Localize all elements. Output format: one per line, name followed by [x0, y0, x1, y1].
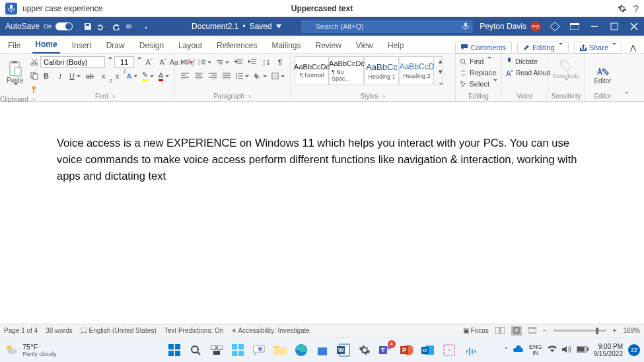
qat-overflow-button[interactable]: [140, 20, 152, 32]
read-aloud-button[interactable]: A»Read Aloud: [506, 67, 544, 78]
superscript-button[interactable]: x: [112, 70, 124, 82]
clock-button[interactable]: 9:00 PM 9/15/2022: [594, 343, 624, 357]
line-spacing-button[interactable]: [234, 70, 250, 82]
edge-button[interactable]: [293, 342, 310, 359]
sensitivity-button[interactable]: Sensitivity: [552, 56, 580, 90]
status-accessibility[interactable]: ✶ Accessibility: Investigate: [231, 327, 310, 334]
multilevel-list-button[interactable]: [215, 56, 231, 68]
tab-references[interactable]: References: [214, 38, 260, 54]
chevron-down-icon[interactable]: [136, 58, 141, 66]
search-input[interactable]: [301, 20, 473, 33]
font-color-button[interactable]: A: [157, 70, 170, 82]
help-icon[interactable]: ?: [633, 3, 639, 14]
snipping-button[interactable]: [441, 342, 458, 359]
align-left-button[interactable]: [179, 70, 191, 82]
style-nospacing[interactable]: AaBbCcDc¶ No Spac...: [330, 56, 364, 85]
search-mic-icon[interactable]: [462, 22, 469, 30]
tab-design[interactable]: Design: [137, 38, 166, 54]
styles-scroll-up[interactable]: ▴: [435, 57, 447, 65]
powerpoint-button[interactable]: P: [398, 342, 415, 359]
editor-button[interactable]: Editor: [589, 56, 617, 90]
notification-button[interactable]: 22: [628, 344, 640, 356]
voice-mic-button[interactable]: [5, 3, 17, 15]
style-heading1[interactable]: AaBbCcHeading 1: [365, 56, 399, 85]
replace-button[interactable]: Replace: [460, 67, 497, 78]
focus-button[interactable]: ▣ Focus: [463, 327, 489, 334]
close-button[interactable]: [624, 17, 644, 36]
styles-scroll-down[interactable]: ▾: [435, 67, 447, 76]
minimize-button[interactable]: [585, 17, 604, 36]
word-button[interactable]: W: [335, 342, 352, 359]
justify-button[interactable]: [221, 70, 233, 82]
tray-overflow-button[interactable]: ˄: [505, 346, 508, 353]
tab-review[interactable]: Review: [313, 38, 344, 54]
dictate-button[interactable]: Dictate: [506, 56, 544, 67]
tab-layout[interactable]: Layout: [176, 38, 205, 54]
tab-home[interactable]: Home: [32, 36, 59, 54]
subscript-button[interactable]: x: [98, 70, 110, 82]
shading-button[interactable]: [252, 70, 268, 82]
chevron-down-icon[interactable]: [107, 58, 112, 66]
onedrive-icon[interactable]: [513, 345, 524, 354]
tab-help[interactable]: Help: [385, 38, 407, 54]
undo-button[interactable]: [96, 20, 108, 32]
style-heading2[interactable]: AaBbCcDHeading 2: [400, 56, 434, 85]
font-size-select[interactable]: [114, 56, 134, 68]
align-right-button[interactable]: [207, 70, 219, 82]
editing-mode-button[interactable]: Editing: [517, 42, 569, 54]
volume-icon[interactable]: [562, 345, 571, 355]
bold-button[interactable]: B: [40, 70, 52, 82]
taskbar-search-button[interactable]: [187, 342, 204, 359]
view-print-button[interactable]: [511, 326, 522, 336]
weather-widget[interactable]: 75°F Partly cloudy: [4, 343, 57, 357]
zoom-in-button[interactable]: +: [613, 327, 617, 334]
view-web-button[interactable]: [528, 327, 536, 335]
chat-button[interactable]: [250, 342, 268, 359]
maximize-button[interactable]: [604, 17, 624, 36]
share-button[interactable]: Share: [574, 42, 622, 54]
grow-font-button[interactable]: Aˆ: [143, 56, 155, 68]
battery-icon[interactable]: [577, 346, 589, 354]
find-button[interactable]: Find: [460, 56, 497, 67]
collapse-ribbon-icon[interactable]: ⋀: [627, 44, 639, 52]
document-title[interactable]: Document2.1 • Saved: [192, 22, 281, 31]
borders-button[interactable]: [270, 70, 286, 82]
select-button[interactable]: Select: [460, 79, 497, 89]
align-center-button[interactable]: [193, 70, 205, 82]
font-name-select[interactable]: [40, 56, 105, 68]
tab-view[interactable]: View: [353, 38, 376, 54]
status-words[interactable]: 38 words: [46, 327, 73, 334]
dialog-launcher-icon[interactable]: ↘: [31, 96, 36, 102]
settings-button[interactable]: [356, 342, 373, 359]
diamond-icon[interactable]: [545, 17, 565, 36]
save-button[interactable]: [82, 20, 94, 32]
sort-button[interactable]: AZ: [260, 56, 272, 68]
status-predictions[interactable]: Text Predictions: On: [164, 327, 223, 334]
gear-icon[interactable]: [618, 4, 627, 13]
search-box[interactable]: [301, 20, 473, 33]
zoom-level[interactable]: 169%: [623, 327, 640, 334]
view-read-button[interactable]: [495, 327, 505, 335]
wifi-icon[interactable]: [548, 345, 557, 354]
underline-button[interactable]: U: [68, 70, 82, 82]
document-paragraph[interactable]: Voice access is a new EXPERIENCE on Wind…: [57, 135, 587, 184]
dialog-launcher-icon[interactable]: ↘: [111, 93, 116, 99]
document-area[interactable]: Voice access is a new EXPERIENCE on Wind…: [0, 102, 644, 324]
paste-button[interactable]: Paste: [4, 59, 26, 93]
dialog-launcher-icon[interactable]: ↘: [247, 93, 252, 99]
styles-expand[interactable]: ⌄: [435, 78, 447, 87]
explorer-button[interactable]: [271, 342, 289, 359]
shrink-font-button[interactable]: Aˇ: [157, 56, 169, 68]
tab-mailings[interactable]: Mailings: [269, 38, 303, 54]
status-page[interactable]: Page 1 of 4: [4, 327, 38, 334]
zoom-slider[interactable]: [554, 330, 606, 332]
highlight-button[interactable]: ✎: [141, 70, 155, 82]
start-button[interactable]: [166, 342, 183, 359]
tab-insert[interactable]: Insert: [69, 38, 94, 54]
task-view-button[interactable]: [208, 342, 225, 359]
teams-button[interactable]: T4: [377, 342, 394, 359]
status-language[interactable]: English (United States): [81, 327, 157, 334]
numbering-button[interactable]: 123: [197, 56, 213, 68]
redo-button[interactable]: [111, 20, 123, 32]
decrease-indent-button[interactable]: [233, 56, 244, 68]
